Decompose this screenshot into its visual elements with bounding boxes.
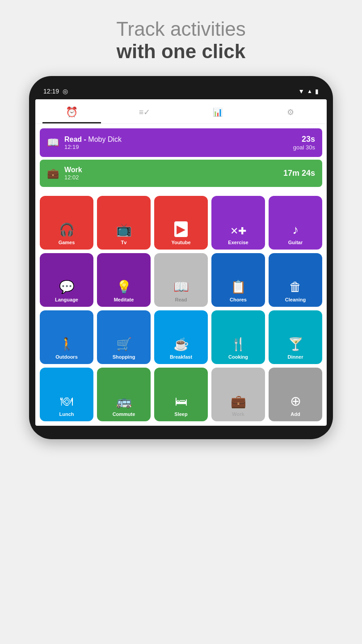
signal-icon: ▲ [307,88,312,94]
chart-tab-icon: 📊 [213,107,223,117]
read-goal: goal 30s [293,144,315,151]
active-timers: 📖 Read - Moby Dick 12:19 23s goal 30s 💼 … [35,124,327,191]
activity-work[interactable]: 💼 Work [211,368,265,421]
lunch-icon: 🍽 [60,394,73,409]
timer-read[interactable]: 📖 Read - Moby Dick 12:19 23s goal 30s [40,128,322,157]
tab-settings[interactable]: ⚙ [254,99,327,123]
youtube-icon: ▶ [174,221,188,237]
games-label: Games [59,240,75,245]
exercise-label: Exercise [228,240,248,245]
activity-chores[interactable]: 📋 Chores [211,253,265,307]
dinner-icon: 🍸 [288,337,303,352]
work-elapsed-value: 17m 24s [283,169,315,178]
activity-breakfast[interactable]: ☕ Breakfast [154,310,208,364]
activity-shopping[interactable]: 🛒 Shopping [97,310,151,364]
work-timer-elapsed: 17m 24s [283,169,315,178]
work-timer-icon: 💼 [47,168,59,179]
read-timer-subtitle: Moby Dick [88,136,122,143]
timer-work[interactable]: 💼 Work 12:02 17m 24s [40,160,322,187]
activity-youtube[interactable]: ▶ Youtube [154,196,208,250]
read-timer-icon: 📖 [47,137,59,148]
breakfast-label: Breakfast [170,354,192,360]
activity-dinner[interactable]: 🍸 Dinner [269,310,322,364]
timer-tab-icon: ⏰ [66,106,78,118]
read-timer-elapsed: 23s goal 30s [293,135,315,151]
battery-icon: ▮ [315,88,319,95]
activity-games[interactable]: 🎧 Games [40,196,93,250]
shopping-icon: 🛒 [116,337,132,352]
activity-sleep[interactable]: 🛏 Sleep [154,368,208,421]
activity-grid: 🎧 Games 📺 Tv ▶ Youtube ✕✚ Exercise ♪ Gui… [35,191,327,426]
commute-icon: 🚌 [116,394,132,409]
read-elapsed-value: 23s [293,135,315,144]
youtube-label: Youtube [171,240,190,245]
guitar-icon: ♪ [292,223,299,237]
meditate-icon: 💡 [116,280,132,294]
activity-commute[interactable]: 🚌 Commute [97,368,151,421]
location-icon: ◎ [63,88,68,95]
settings-tab-icon: ⚙ [287,107,294,117]
dinner-label: Dinner [288,354,303,360]
activity-exercise[interactable]: ✕✚ Exercise [211,196,265,250]
sleep-icon: 🛏 [175,394,187,409]
exercise-icon: ✕✚ [230,225,246,237]
tasks-tab-icon: ≡✓ [139,107,151,117]
meditate-label: Meditate [114,297,134,302]
headline-line1: Track activities [116,18,245,40]
work-timer-name: Work [64,166,278,174]
activity-tv[interactable]: 📺 Tv [97,196,151,250]
phone-frame: 12:19 ◎ ▼ ▲ ▮ ⏰ ≡✓ 📊 ⚙ [29,76,333,439]
lunch-label: Lunch [59,411,74,417]
cooking-icon: 🍴 [231,337,246,352]
tv-icon: 📺 [116,222,132,237]
outdoors-icon: 🚶 [59,337,75,352]
activity-meditate[interactable]: 💡 Meditate [97,253,151,307]
guitar-label: Guitar [288,240,303,245]
activity-cleaning[interactable]: 🗑 Cleaning [269,253,322,307]
cleaning-label: Cleaning [285,297,306,302]
language-icon: 💬 [59,280,75,294]
games-icon: 🎧 [59,222,75,237]
language-label: Language [55,297,78,302]
chores-label: Chores [230,297,247,302]
activity-read[interactable]: 📖 Read [154,253,208,307]
status-bar: 12:19 ◎ ▼ ▲ ▮ [35,85,327,99]
tab-timer[interactable]: ⏰ [35,99,108,123]
status-time: 12:19 [43,88,59,95]
add-icon: ⊕ [290,393,301,409]
activity-language[interactable]: 💬 Language [40,253,93,307]
work-grid-icon: 💼 [231,394,246,409]
read-icon: 📖 [173,280,189,294]
read-timer-start: 12:19 [64,144,288,150]
headline-area: Track activities with one click [89,0,272,76]
shopping-label: Shopping [113,354,135,360]
wifi-icon: ▼ [298,88,304,95]
work-timer-start: 12:02 [64,174,278,181]
read-label: Read [175,297,187,302]
activity-outdoors[interactable]: 🚶 Outdoors [40,310,93,364]
cleaning-icon: 🗑 [289,280,302,294]
phone-screen: ⏰ ≡✓ 📊 ⚙ 📖 Read - Moby Dick 12:19 [35,99,327,426]
commute-label: Commute [113,411,135,417]
status-right: ▼ ▲ ▮ [298,88,319,95]
activity-guitar[interactable]: ♪ Guitar [269,196,322,250]
tab-chart[interactable]: 📊 [181,99,254,123]
tab-bar: ⏰ ≡✓ 📊 ⚙ [35,99,327,124]
activity-cooking[interactable]: 🍴 Cooking [211,310,265,364]
read-timer-name: Read - Moby Dick [64,136,288,144]
status-left: 12:19 ◎ [43,88,68,95]
activity-add[interactable]: ⊕ Add [269,368,322,421]
tab-tasks[interactable]: ≡✓ [108,99,181,123]
cooking-label: Cooking [228,354,248,360]
activity-lunch[interactable]: 🍽 Lunch [40,368,93,421]
tv-label: Tv [121,240,127,245]
work-timer-info: Work 12:02 [64,166,278,181]
read-timer-info: Read - Moby Dick 12:19 [64,136,288,150]
headline-line2: with one click [116,40,245,63]
chores-icon: 📋 [231,280,246,294]
outdoors-label: Outdoors [55,354,78,360]
work-grid-label: Work [232,411,244,417]
add-label: Add [290,411,300,417]
sleep-label: Sleep [174,411,187,417]
breakfast-icon: ☕ [173,337,189,352]
